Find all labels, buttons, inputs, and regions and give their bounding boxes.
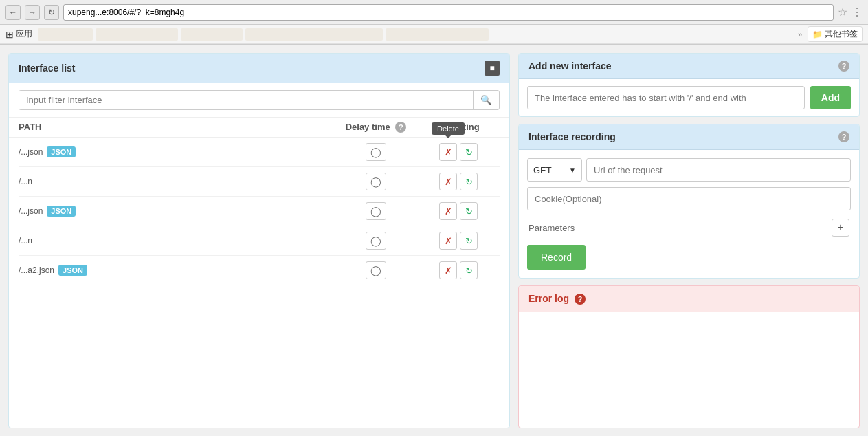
browser-toolbar: ← → ↻ ☆ ⋮	[0, 0, 868, 25]
path-text-4: /...n	[19, 236, 32, 246]
row-path-1: /...json JSON	[19, 146, 335, 157]
error-log-header: Error log ?	[519, 286, 859, 312]
path-text-3: /...json	[19, 206, 43, 216]
delay-btn-4[interactable]: ◯	[366, 232, 386, 250]
reload-button[interactable]: ↻	[44, 5, 59, 20]
interface-list-header: Interface list ■	[9, 54, 509, 83]
error-log-title: Error log	[528, 293, 569, 304]
other-bookmarks[interactable]: 📁 其他书签	[808, 26, 863, 42]
search-bar: 🔍	[9, 83, 509, 118]
add-interface-header: Add new interface ?	[519, 54, 859, 79]
row-operating-4: ✗ ↻	[417, 232, 500, 250]
delay-help-icon[interactable]: ?	[395, 122, 406, 133]
row-delay-3: ◯	[335, 202, 417, 220]
path-text-5: /...a2.json	[19, 265, 54, 275]
method-value: GET	[533, 165, 552, 175]
bookmark-placeholder-4	[245, 28, 383, 41]
delete-btn-2[interactable]: ✗	[439, 173, 457, 190]
row-delay-4: ◯	[335, 232, 417, 250]
delete-btn-1[interactable]: ✗	[439, 143, 457, 161]
folder-icon: 📁	[812, 30, 823, 39]
add-interface-panel: Add new interface ? Add	[518, 53, 860, 117]
address-bar[interactable]	[63, 4, 834, 21]
bookmark-placeholder-1	[38, 28, 93, 41]
row-delay-5: ◯	[335, 261, 417, 279]
extend-icon[interactable]: »	[798, 30, 802, 39]
error-log-panel: Error log ?	[518, 285, 860, 428]
bookmarks-bar: ⊞ 应用 » 📁 其他书签	[0, 25, 868, 44]
cookie-input[interactable]	[527, 187, 851, 210]
params-label: Parameters	[528, 223, 575, 233]
bookmark-placeholder-5	[386, 28, 489, 41]
edit-btn-5[interactable]: ↻	[460, 261, 478, 279]
table-row: /...n ◯ ✗ ↻	[19, 167, 500, 197]
apps-button[interactable]: ⊞ 应用	[5, 28, 32, 40]
add-interface-title: Add new interface	[528, 61, 612, 72]
more-icon[interactable]: ⋮	[852, 6, 863, 19]
interface-list-title: Interface list	[19, 63, 75, 74]
method-select[interactable]: GET ▼	[527, 158, 582, 182]
browser-chrome: ← → ↻ ☆ ⋮ ⊞ 应用 » 📁 其他书签	[0, 0, 868, 45]
star-icon[interactable]: ☆	[838, 6, 847, 19]
url-input[interactable]	[586, 158, 851, 182]
delay-btn-1[interactable]: ◯	[366, 143, 386, 161]
table-body: /...json JSON ◯ Delete ✗ ↻ /...n	[9, 138, 509, 285]
edit-btn-4[interactable]: ↻	[460, 232, 478, 250]
header-actions: ■	[485, 61, 500, 76]
row-path-4: /...n	[19, 236, 335, 246]
add-interface-input[interactable]	[527, 86, 805, 109]
row-path-3: /...json JSON	[19, 206, 335, 217]
search-input[interactable]	[19, 91, 473, 109]
main-content: Interface list ■ 🔍 PATH Delay time ? Ope…	[0, 45, 868, 436]
row-path-2: /...n	[19, 177, 335, 186]
list-action-button[interactable]: ■	[485, 61, 500, 76]
row-operating-3: ✗ ↻	[417, 202, 500, 220]
method-url-row: GET ▼	[527, 158, 851, 182]
delete-tooltip-wrap: Delete ✗	[439, 143, 457, 161]
bookmark-placeholder-2	[96, 28, 178, 41]
row-operating-2: ✗ ↻	[417, 173, 500, 190]
delay-btn-5[interactable]: ◯	[366, 261, 386, 279]
table-row: /...n ◯ ✗ ↻	[19, 226, 500, 256]
apps-label: 应用	[16, 28, 32, 40]
recording-title: Interface recording	[528, 131, 616, 142]
table-row: /...json JSON ◯ Delete ✗ ↻	[19, 138, 500, 167]
badge-json-3: JSON	[47, 206, 76, 217]
edit-btn-2[interactable]: ↻	[460, 173, 478, 190]
delay-btn-2[interactable]: ◯	[366, 173, 386, 190]
path-text-1: /...json	[19, 147, 43, 157]
edit-btn-1[interactable]: ↻	[460, 143, 478, 161]
add-param-button[interactable]: +	[832, 219, 849, 237]
col-path-header: PATH	[19, 122, 335, 133]
record-button[interactable]: Record	[527, 245, 586, 270]
forward-button[interactable]: →	[25, 5, 40, 20]
row-operating-1: Delete ✗ ↻	[417, 143, 500, 161]
params-row: Parameters +	[527, 216, 851, 239]
back-button[interactable]: ←	[5, 5, 21, 20]
delete-btn-4[interactable]: ✗	[439, 232, 457, 250]
row-delay-2: ◯	[335, 173, 417, 190]
add-interface-button[interactable]: Add	[810, 86, 851, 109]
apps-grid-icon: ⊞	[5, 29, 14, 40]
other-bookmarks-label: 其他书签	[825, 28, 858, 40]
delete-btn-3[interactable]: ✗	[439, 202, 457, 220]
record-body: GET ▼ Parameters + Record	[519, 150, 859, 278]
search-button[interactable]: 🔍	[473, 91, 499, 109]
recording-help-icon[interactable]: ?	[838, 131, 849, 142]
add-interface-help-icon[interactable]: ?	[838, 61, 849, 72]
edit-btn-3[interactable]: ↻	[460, 202, 478, 220]
row-path-5: /...a2.json JSON	[19, 265, 335, 276]
delete-tooltip: Delete	[432, 122, 465, 135]
error-log-help-icon[interactable]: ?	[575, 294, 586, 305]
recording-header: Interface recording ?	[519, 124, 859, 150]
badge-json-1: JSON	[47, 146, 76, 157]
col-delay-header: Delay time ?	[335, 122, 417, 133]
row-delay-1: ◯	[335, 143, 417, 161]
badge-json-5: JSON	[58, 265, 87, 276]
search-input-wrap: 🔍	[19, 90, 500, 110]
table-row: /...json JSON ◯ ✗ ↻	[19, 197, 500, 226]
right-panels: Add new interface ? Add Interface record…	[518, 53, 860, 428]
delay-btn-3[interactable]: ◯	[366, 202, 386, 220]
path-text-2: /...n	[19, 177, 32, 186]
delete-btn-5[interactable]: ✗	[439, 261, 457, 279]
